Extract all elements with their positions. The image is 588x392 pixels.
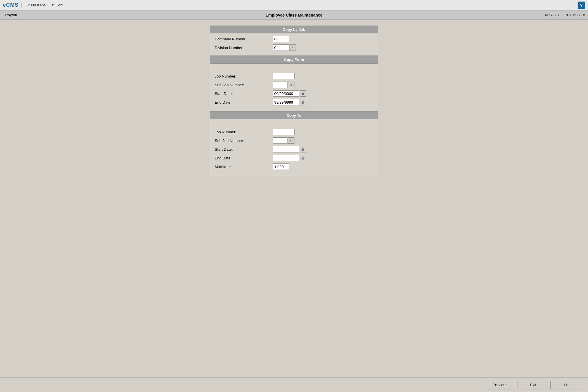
division-number-label: Division Number:	[215, 46, 273, 50]
copy-from-end-date-label: End Date:	[215, 100, 273, 105]
copy-to-start-date-input[interactable]	[273, 146, 299, 152]
main-content: Copy by Job Company Number: Division Num…	[0, 20, 588, 182]
copy-from-body: Job Number: Sub Job Number: < Start Date…	[210, 64, 378, 111]
company-info: 63/000 Kens Cust Cort	[24, 3, 63, 7]
copy-to-start-date-calendar-button[interactable]: ▦	[300, 146, 306, 152]
copy-to-end-date-calendar-button[interactable]: ▦	[300, 155, 306, 161]
copy-to-start-date-field: ▦	[273, 146, 306, 152]
page-title: Employee Class Maintenance	[265, 13, 322, 17]
copy-to-sub-job-input[interactable]	[273, 137, 287, 144]
copy-to-sub-job-browse-button[interactable]: <	[288, 137, 294, 144]
division-number-input[interactable]	[273, 44, 289, 51]
copy-by-job-header: Copy by Job	[210, 26, 378, 33]
top-bar: eCMS | 63/000 Kens Cust Cort ?	[0, 0, 588, 10]
copy-from-end-date-row: End Date: ▦	[215, 99, 373, 105]
copy-to-start-date-row: Start Date: ▦	[215, 146, 373, 152]
copy-from-section: Copy From Job Number: Sub Job Number: < …	[210, 56, 378, 112]
copy-to-start-date-label: Start Date:	[215, 147, 273, 152]
copy-to-body: Job Number: Sub Job Number: < Start Date…	[210, 119, 378, 176]
menu-right: XPR228 PRPM08 - 8	[545, 13, 585, 17]
copy-from-end-date-calendar-button[interactable]: ▦	[300, 99, 306, 105]
copy-to-end-date-field: ▦	[273, 155, 306, 161]
copy-to-multiplier-row: Multiplier:	[215, 163, 373, 170]
copy-from-start-date-label: Start Date:	[215, 91, 273, 96]
copy-to-job-number-input[interactable]	[273, 129, 295, 135]
menu-bar: Payroll Employee Class Maintenance XPR22…	[0, 10, 588, 20]
copy-to-sub-job-field: <	[273, 137, 294, 144]
bottom-bar: Previous Exit Ok	[0, 377, 588, 392]
help-button[interactable]: ?	[578, 1, 585, 9]
copy-from-header: Copy From	[210, 56, 378, 64]
copy-from-start-date-field: ▦	[273, 90, 306, 97]
ok-button[interactable]: Ok	[550, 381, 582, 389]
copy-from-job-number-input[interactable]	[273, 73, 295, 79]
copy-to-sub-job-label: Sub Job Number:	[215, 139, 273, 143]
form-container: Copy by Job Company Number: Division Num…	[210, 26, 378, 176]
copy-to-section: Copy To Job Number: Sub Job Number: < St…	[210, 112, 378, 176]
copy-by-job-body: Company Number: Division Number: <	[210, 33, 378, 55]
copy-from-job-number-label: Job Number:	[215, 74, 273, 78]
division-browse-button[interactable]: <	[289, 44, 296, 51]
exit-button[interactable]: Exit	[517, 381, 549, 389]
copy-to-multiplier-label: Multiplier:	[215, 165, 273, 169]
page-code: PRPM08 - 8	[564, 13, 585, 17]
copy-to-sub-job-row: Sub Job Number: <	[215, 137, 373, 144]
copy-to-end-date-label: End Date:	[215, 156, 273, 160]
copy-to-end-date-row: End Date: ▦	[215, 155, 373, 161]
copy-from-sub-job-field: <	[273, 82, 294, 88]
copy-from-start-date-input[interactable]	[273, 90, 299, 97]
previous-button[interactable]: Previous	[484, 381, 516, 389]
copy-to-job-number-row: Job Number:	[215, 129, 373, 135]
company-number-input[interactable]	[273, 36, 289, 42]
copy-from-start-date-calendar-button[interactable]: ▦	[300, 90, 306, 97]
copy-from-end-date-input[interactable]	[273, 99, 299, 105]
copy-to-job-number-label: Job Number:	[215, 130, 273, 134]
copy-from-job-number-row: Job Number:	[215, 73, 373, 79]
app-title: eCMS	[3, 2, 19, 8]
copy-from-sub-job-label: Sub Job Number:	[215, 83, 273, 87]
copy-to-multiplier-input[interactable]	[273, 163, 289, 170]
code-label: XPR228	[545, 13, 559, 17]
copy-from-end-date-field: ▦	[273, 99, 306, 105]
payroll-menu[interactable]: Payroll	[3, 12, 19, 18]
division-number-field: <	[273, 44, 296, 51]
copy-from-sub-job-input[interactable]	[273, 82, 287, 88]
company-number-label: Company Number:	[215, 37, 273, 41]
copy-to-header: Copy To	[210, 112, 378, 119]
copy-from-sub-job-row: Sub Job Number: <	[215, 82, 373, 88]
copy-from-sub-job-browse-button[interactable]: <	[288, 82, 294, 88]
copy-by-job-section: Copy by Job Company Number: Division Num…	[210, 26, 378, 56]
copy-from-start-date-row: Start Date: ▦	[215, 90, 373, 97]
company-number-row: Company Number:	[215, 36, 373, 42]
app-separator: |	[21, 3, 22, 8]
division-number-row: Division Number: <	[215, 44, 373, 51]
copy-to-end-date-input[interactable]	[273, 155, 299, 161]
